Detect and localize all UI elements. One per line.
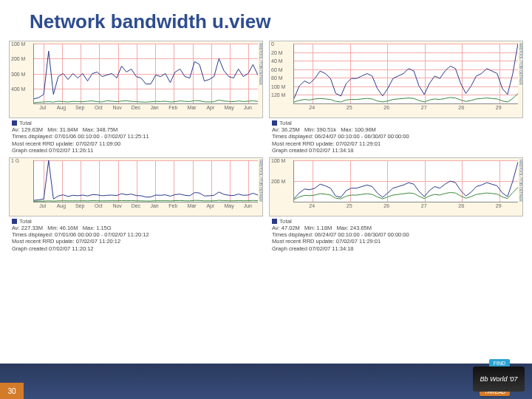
x-tick-label: Feb (168, 203, 177, 208)
x-tick-label: May (225, 203, 234, 208)
chart-stats: Av: 227.33M Min: 46.16M Max: 1.15G Times… (9, 225, 263, 253)
x-tick-label: 28 (458, 203, 464, 208)
x-tick-label: 27 (421, 203, 427, 208)
x-tick-label: Dec (132, 203, 140, 208)
x-tick-label: Sep (75, 105, 84, 110)
y-tick-label: 200 M (11, 56, 32, 61)
chart-stats: Av: 36.25M Min: 390.51k Max: 100.96M Tim… (269, 126, 523, 154)
chart-legend: Total (9, 118, 263, 126)
chart-block-2: RRDTOOL / TOBI OETIKER 1 GJulAugSepOctNo… (9, 157, 263, 271)
chart-plot-area (293, 44, 518, 104)
legend-swatch-icon (272, 120, 277, 126)
y-tick-label: 0 (271, 41, 292, 47)
chart-plot-area (293, 160, 518, 202)
x-tick-label: Jul (39, 203, 46, 208)
chart-frame: RRDTOOL / TOBI OETIKER 200 M100 M2425262… (269, 157, 523, 216)
y-tick-label: 200 M (271, 178, 292, 183)
y-tick-label: 60 M (271, 66, 292, 72)
x-tick-label: 25 (347, 203, 352, 208)
x-tick-label: Jul (39, 105, 46, 110)
x-tick-label: Nov (112, 105, 121, 110)
legend-swatch-icon (12, 120, 17, 126)
x-tick-label: Aug (57, 105, 66, 110)
x-tick-label: 25 (347, 105, 352, 110)
chart-legend: Total (269, 216, 523, 225)
y-tick-label: 100 M (271, 83, 292, 89)
legend-swatch-icon (12, 219, 17, 224)
x-tick-label: Aug (57, 203, 66, 208)
y-tick-label: 20 M (271, 50, 292, 55)
chart-stats: Av: 47.02M Min: 1.18M Max: 243.65M Times… (269, 225, 523, 253)
x-tick-label: 24 (309, 105, 315, 110)
y-tick-label: 400 M (11, 86, 32, 91)
x-tick-label: Apr (206, 203, 214, 208)
chart-frame: RRDTOOL / TOBI OETIKER 120 M100 M80 M60 … (269, 41, 523, 118)
y-tick-label: 120 M (271, 92, 292, 98)
chart-stats: Av: 129.63M Min: 31.84M Max: 348.75M Tim… (9, 126, 263, 154)
x-tick-label: Apr (206, 105, 214, 110)
y-tick-label: 80 M (271, 75, 292, 81)
x-tick-label: 27 (421, 105, 427, 110)
legend-label: Total (279, 120, 292, 126)
x-tick-label: 26 (383, 203, 389, 208)
x-tick-label: Mar (188, 203, 197, 208)
x-tick-label: Oct (95, 203, 103, 208)
x-tick-label: Feb (168, 105, 177, 110)
charts-grid: RRDTOOL / TOBI OETIKER 400 M300 M200 M10… (0, 41, 532, 270)
x-tick-label: 24 (309, 203, 315, 208)
y-tick-label: 300 M (11, 71, 32, 76)
bbworld-logo: Bb World '07 (473, 366, 525, 392)
x-tick-label: Dec (132, 105, 140, 110)
footer-band: FIND YOUR COMMON THREAD Bb World '07 (0, 364, 532, 399)
y-tick-label: 1 G (11, 157, 32, 163)
x-tick-label: Oct (95, 105, 103, 110)
x-tick-label: 28 (458, 105, 464, 110)
chart-block-1: RRDTOOL / TOBI OETIKER 120 M100 M80 M60 … (269, 41, 523, 154)
rrdtool-credit: RRDTOOL / TOBI OETIKER (519, 41, 523, 117)
y-tick-label: 100 M (271, 157, 292, 163)
rrdtool-credit: RRDTOOL / TOBI OETIKER (259, 41, 263, 117)
x-tick-label: Jan (150, 105, 158, 110)
rrdtool-credit: RRDTOOL / TOBI OETIKER (259, 158, 263, 216)
chart-frame: RRDTOOL / TOBI OETIKER 1 GJulAugSepOctNo… (9, 157, 263, 216)
legend-label: Total (19, 218, 32, 225)
x-tick-label: Sep (75, 203, 84, 208)
y-tick-label: 40 M (271, 58, 292, 64)
legend-label: Total (279, 218, 292, 225)
x-tick-label: 26 (383, 105, 389, 110)
chart-plot-area (33, 160, 258, 202)
chart-frame: RRDTOOL / TOBI OETIKER 400 M300 M200 M10… (9, 41, 263, 118)
x-tick-label: May (225, 105, 234, 110)
legend-swatch-icon (272, 219, 277, 224)
x-tick-label: Jun (244, 105, 252, 110)
chart-legend: Total (269, 118, 523, 126)
x-tick-label: Nov (112, 203, 121, 208)
chart-block-0: RRDTOOL / TOBI OETIKER 400 M300 M200 M10… (9, 41, 263, 154)
page-title: Network bandwidth u.view (0, 0, 532, 41)
slide-footer: FIND YOUR COMMON THREAD Bb World '07 30 (0, 364, 532, 399)
legend-label: Total (19, 120, 32, 126)
x-tick-label: 29 (496, 105, 502, 110)
slide-number: 30 (0, 383, 24, 399)
chart-plot-area (33, 44, 258, 104)
x-tick-label: Jun (244, 203, 252, 208)
chart-legend: Total (9, 216, 263, 225)
chart-block-3: RRDTOOL / TOBI OETIKER 200 M100 M2425262… (269, 157, 523, 271)
y-tick-label: 100 M (11, 41, 32, 47)
x-tick-label: Mar (188, 105, 197, 110)
x-tick-label: Jan (150, 203, 158, 208)
rrdtool-credit: RRDTOOL / TOBI OETIKER (519, 158, 523, 216)
x-tick-label: 29 (496, 203, 502, 208)
